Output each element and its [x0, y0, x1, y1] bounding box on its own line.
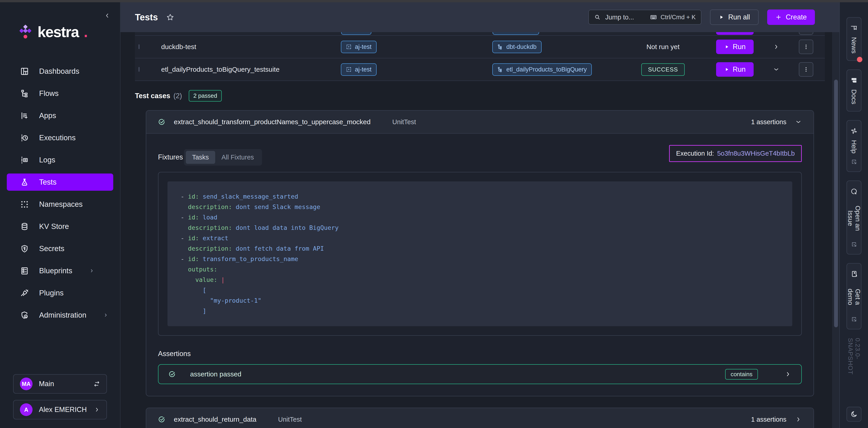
sidebar-item-tests[interactable]: Tests: [7, 173, 113, 191]
test-name[interactable]: etl_dailyProducts_toBigQuery_testsuite: [161, 66, 341, 73]
sidebar-item-plugins[interactable]: Plugins: [7, 284, 113, 302]
play-icon: [719, 15, 724, 20]
chevron-right-icon[interactable]: [795, 416, 802, 423]
execution-id-box: Execution Id: 5o3fn8u3WHisGeT4bItbLb: [669, 145, 802, 162]
sidebar-item-label: Logs: [39, 155, 55, 164]
fixtures-section: Fixtures Tasks All Fixtures: [158, 144, 262, 166]
namespace-badge-label: aj-test: [355, 66, 372, 73]
dashboard-grid-icon: [20, 67, 29, 76]
namespace-badge[interactable]: aj-test: [341, 63, 377, 76]
sidebar-item-dashboards[interactable]: Dashboards: [7, 63, 113, 80]
chevron-right-icon[interactable]: [784, 371, 792, 377]
external-link-icon: [851, 159, 857, 165]
get-demo-button[interactable]: Get a demo: [846, 263, 862, 330]
theme-toggle-button[interactable]: [846, 407, 862, 422]
sidebar-item-label: Tests: [39, 178, 57, 187]
namespace-badge[interactable]: aj-test: [341, 41, 377, 53]
sidebar-item-namespaces[interactable]: Namespaces: [7, 196, 113, 213]
assertion-row: assertion passed contains: [158, 364, 802, 384]
test-cases-title: Test cases: [135, 92, 170, 100]
shield-account-icon: [20, 311, 29, 319]
tab-tasks[interactable]: Tasks: [186, 151, 215, 164]
test-name[interactable]: duckdb-test: [161, 43, 341, 51]
news-button[interactable]: News: [846, 17, 862, 61]
kestra-logo[interactable]: kestra.: [19, 24, 120, 39]
row-expand-toggle[interactable]: [754, 44, 799, 50]
chevron-right-icon: [773, 44, 780, 50]
timeline-clock-icon: [20, 134, 29, 142]
run-button[interactable]: Run: [716, 39, 754, 54]
sidebar-item-label: Apps: [39, 111, 56, 120]
blueprint-icon: [20, 267, 29, 275]
chevron-down-icon[interactable]: [795, 118, 802, 125]
status-text: Not run yet: [647, 43, 680, 51]
sidebar-item-executions[interactable]: Executions: [7, 129, 113, 146]
github-icon: [850, 188, 858, 195]
run-all-button[interactable]: Run all: [710, 9, 758, 25]
power-plug-icon: [20, 289, 29, 297]
sidebar-item-flows[interactable]: Flows: [7, 85, 113, 102]
assertion-operator-badge: contains: [725, 369, 758, 379]
shield-key-icon: [20, 245, 29, 253]
sidebar-item-label: Secrets: [39, 244, 64, 253]
test-case-type: UnitTest: [278, 416, 302, 423]
kebab-menu-icon: [803, 66, 809, 73]
test-case-header[interactable]: extract_should_transform_productNames_to…: [146, 111, 813, 133]
namespace-badge-label: aj-test: [355, 44, 372, 51]
fixtures-label: Fixtures: [158, 153, 183, 161]
sidebar-collapse-button[interactable]: [104, 12, 111, 19]
sidebar-item-administration[interactable]: Administration: [7, 307, 113, 324]
flow-badge-label: dbt-duckdb: [506, 44, 537, 51]
row-checkbox[interactable]: [138, 67, 140, 72]
external-link-icon: [851, 316, 857, 322]
test-case-header[interactable]: extract_should_return_data UnitTest 1 as…: [146, 408, 813, 428]
status-badge: SUCCESS: [641, 63, 685, 76]
tenant-avatar: MA: [20, 377, 33, 390]
sidebar-item-label: Administration: [39, 311, 86, 319]
yaml-code[interactable]: - id: send_slack_message_started descrip…: [167, 181, 792, 326]
sidebar-item-kv-store[interactable]: KV Store: [7, 218, 113, 235]
timeline-text-icon: [20, 156, 29, 164]
clipped-namespace-badge: [341, 32, 371, 35]
sidebar-item-blueprints[interactable]: Blueprints: [7, 262, 113, 279]
open-issue-label: Open an Issue: [846, 200, 862, 236]
row-menu-button[interactable]: [799, 62, 813, 77]
fixtures-panel: - id: send_slack_message_started descrip…: [158, 172, 802, 336]
create-button[interactable]: Create: [767, 9, 815, 25]
run-button[interactable]: Run: [716, 62, 754, 77]
book-icon: [850, 77, 858, 84]
execution-id-link[interactable]: 5o3fn8u3WHisGeT4bItbLb: [717, 150, 795, 157]
table-row: duckdb-test aj-test dbt-duckdb Not run y…: [135, 36, 825, 58]
flow-badge[interactable]: etl_dailyProducts_toBigQuery: [492, 63, 592, 76]
help-button[interactable]: Help: [846, 120, 862, 172]
row-checkbox[interactable]: [138, 44, 140, 49]
play-icon: [724, 67, 729, 72]
sidebar-item-logs[interactable]: Logs: [7, 151, 113, 169]
jump-to-search-input[interactable]: Jump to... Ctrl/Cmd + K: [588, 10, 702, 25]
row-menu-button[interactable]: [799, 39, 813, 54]
row-expand-toggle[interactable]: [754, 66, 799, 73]
scrollbar-track[interactable]: [832, 32, 839, 428]
docs-button[interactable]: Docs: [846, 69, 862, 112]
open-issue-button[interactable]: Open an Issue: [846, 180, 862, 254]
database-icon: [20, 222, 29, 231]
tenant-name: Main: [39, 380, 54, 388]
news-label: News: [850, 37, 858, 54]
test-case-card: extract_should_transform_productNames_to…: [146, 110, 814, 396]
assertion-text: assertion passed: [190, 370, 725, 378]
tab-all-fixtures[interactable]: All Fixtures: [215, 151, 260, 164]
test-case-type: UnitTest: [392, 118, 416, 126]
sidebar-item-secrets[interactable]: Secrets: [7, 240, 113, 257]
flow-badge[interactable]: dbt-duckdb: [492, 41, 541, 53]
scrollbar-thumb[interactable]: [834, 80, 838, 327]
check-circle-icon: [168, 371, 176, 378]
check-circle-icon: [158, 118, 165, 125]
list-plus-icon: [20, 112, 29, 120]
sidebar-item-label: Namespaces: [39, 200, 83, 208]
user-menu[interactable]: A Alex EMERICH: [13, 400, 107, 420]
sidebar-item-apps[interactable]: Apps: [7, 107, 113, 124]
tenant-selector[interactable]: MA Main: [13, 374, 107, 394]
clipped-kebab-button: [799, 32, 813, 35]
favorite-star-icon[interactable]: [166, 13, 174, 21]
run-button-label: Run: [733, 65, 746, 74]
